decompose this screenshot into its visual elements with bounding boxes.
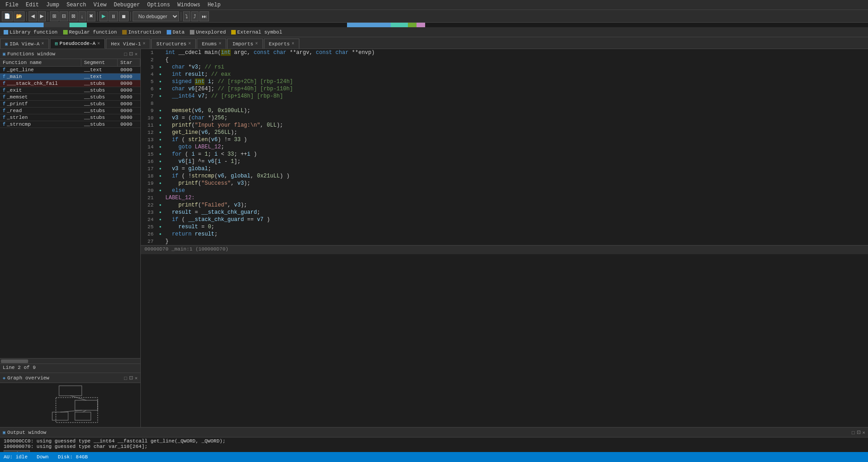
panel-close-btn[interactable]: × [135, 51, 138, 57]
func-cell-start-exit: 0000 [118, 87, 140, 93]
line-dot-9: ● [157, 107, 164, 114]
menu-edit[interactable]: Edit [22, 1, 43, 9]
tab-hex-close[interactable]: × [143, 41, 145, 46]
graph-close-btn[interactable]: × [135, 375, 138, 381]
output-float-btn[interactable]: □ [852, 429, 855, 435]
toolbar-forward[interactable]: ▶ [38, 11, 46, 21]
output-area: ▣ Output window □ ⊡ × 100000CC0: using g… [0, 427, 868, 452]
func-row-printf[interactable]: f _printf __stubs 0000 [0, 101, 140, 108]
toolbar-open[interactable]: 📂 [14, 11, 25, 21]
line-dot-12: ● [157, 129, 164, 136]
status-direction: Down [37, 454, 49, 460]
code-line-21: 21 LABEL_12: [141, 194, 868, 202]
toolbar-btn4[interactable]: ↓ [79, 11, 86, 21]
toolbar-copy[interactable]: ⊞ [50, 11, 59, 21]
code-line-10: 10 ● v3 = (char *)256; [141, 114, 868, 122]
nav-seg-rest [425, 23, 868, 27]
func-row-memset[interactable]: f _memset __stubs 0000 [0, 94, 140, 101]
graph-float-btn[interactable]: □ [124, 375, 127, 381]
toolbar-step-out[interactable]: ⏭ [199, 11, 209, 21]
functions-table-header: Function name Segment Star [0, 59, 140, 67]
graph-dock-btn[interactable]: ⊡ [129, 375, 133, 381]
func-row-strncmp[interactable]: f _strncmp __stubs 0000 [0, 121, 140, 128]
tab-imports[interactable]: Imports × [227, 39, 263, 49]
toolbar-run[interactable]: ▶ [99, 11, 108, 21]
code-line-23: 23 ● result = __stack_chk_guard; [141, 209, 868, 216]
tab-struct-close[interactable]: × [188, 41, 191, 46]
tab-imports-close[interactable]: × [255, 41, 258, 46]
tab-enums-close[interactable]: × [218, 41, 221, 46]
func-row-get-line[interactable]: f _get_line __text 0000 [0, 67, 140, 74]
code-line-27: 27 } [141, 238, 868, 245]
toolbar-step-over[interactable]: ⤵ [183, 11, 190, 21]
func-row-strlen[interactable]: f _strlen __stubs 0000 [0, 114, 140, 121]
tab-exports-close[interactable]: × [292, 41, 294, 46]
output-close-btn[interactable]: × [863, 429, 865, 435]
func-row-stack-chk[interactable]: f ___stack_chk_fail __stubs 0000 [0, 80, 140, 87]
graph-node-bm [75, 412, 91, 420]
code-line-24: 24 ● if ( __stack_chk_guard == v7 ) [141, 216, 868, 223]
func-cell-start-strlen: 0000 [118, 114, 140, 121]
menu-search[interactable]: Search [63, 1, 89, 9]
statusbar: AU: idle Down Disk: 84GB [0, 452, 868, 462]
toolbar-stop[interactable]: ⏹ [119, 11, 129, 21]
debugger-select[interactable]: No debugger [133, 11, 179, 21]
tab-pseudo-close[interactable]: × [97, 41, 100, 46]
toolbar-back[interactable]: ◀ [29, 11, 37, 21]
tab-enums[interactable]: Enums × [197, 39, 226, 49]
func-cell-seg-memset: __stubs [81, 94, 118, 100]
output-dock-btn[interactable]: ⊡ [857, 429, 861, 435]
menu-jump[interactable]: Jump [43, 1, 63, 9]
output-icon: ▣ [3, 430, 5, 435]
func-cell-start-strncmp: 0000 [118, 121, 140, 128]
func-row-exit[interactable]: f _exit __stubs 0000 [0, 87, 140, 94]
menubar: File Edit Jump Search View Debugger Opti… [0, 0, 868, 10]
toolbar-btn5[interactable]: ✖ [87, 11, 95, 21]
graph-content [0, 383, 140, 428]
func-icon-read: f [3, 108, 5, 113]
code-content-24: if ( __stack_chk_guard == v7 ) [164, 216, 868, 223]
output-controls: □ ⊡ × [852, 429, 865, 435]
toolbar-btn3[interactable]: ⊠ [69, 11, 78, 21]
panel-dock-btn[interactable]: ⊡ [129, 51, 133, 57]
tab-hex-view-1[interactable]: Hex View-1 × [106, 39, 150, 49]
toolbar-pause[interactable]: ⏸ [109, 11, 118, 21]
line-dot-17: ● [157, 165, 164, 172]
tab-pseudocode-a[interactable]: ▤ Pseudocode-A × [50, 39, 105, 49]
line-num-19: 19 [141, 180, 157, 187]
menu-options[interactable]: Options [144, 1, 174, 9]
line-dot-24: ● [157, 216, 164, 223]
line-num-27: 27 [141, 238, 157, 245]
menu-view[interactable]: View [90, 1, 110, 9]
graph-controls: □ ⊡ × [124, 375, 138, 381]
legend-bar: Library function Regular function Instru… [0, 27, 868, 37]
functions-scrollbar[interactable] [0, 358, 140, 364]
panel-float-btn[interactable]: □ [124, 51, 127, 57]
line-num-26: 26 [141, 231, 157, 238]
navigation-strip [0, 23, 868, 27]
toolbar-new[interactable]: 📄 [2, 11, 13, 21]
line-num-3: 3 [141, 64, 157, 71]
tab-exports[interactable]: Exports × [264, 39, 299, 49]
func-row-main[interactable]: f _main __text 0000 [0, 74, 140, 80]
graph-node-mid [75, 400, 98, 410]
toolbar-paste[interactable]: ⊟ [60, 11, 68, 21]
func-name-exit: _exit [7, 88, 22, 93]
toolbar-step-in[interactable]: ⤴ [191, 11, 198, 21]
line-dot-25: ● [157, 223, 164, 231]
legend-regular-dot [63, 30, 68, 34]
line-info-text: Line 2 of 9 [3, 365, 36, 370]
graph-edge-1 [70, 396, 86, 400]
code-area[interactable]: 1 int __cdecl main(int argc, const char … [141, 49, 868, 427]
menu-help[interactable]: Help [204, 1, 224, 9]
menu-windows[interactable]: Windows [174, 1, 204, 9]
tab-ida-view-a[interactable]: ▣ IDA View-A × [0, 39, 49, 49]
menu-file[interactable]: File [2, 1, 22, 9]
col-start: Star [118, 59, 140, 66]
func-row-read[interactable]: f _read __stubs 0000 [0, 108, 140, 114]
tab-structures[interactable]: Structures × [151, 39, 196, 49]
tab-ida-close[interactable]: × [41, 41, 44, 46]
legend-data-label: Data [173, 29, 184, 35]
menu-debugger[interactable]: Debugger [110, 1, 144, 9]
nav-seg-3 [69, 23, 87, 27]
